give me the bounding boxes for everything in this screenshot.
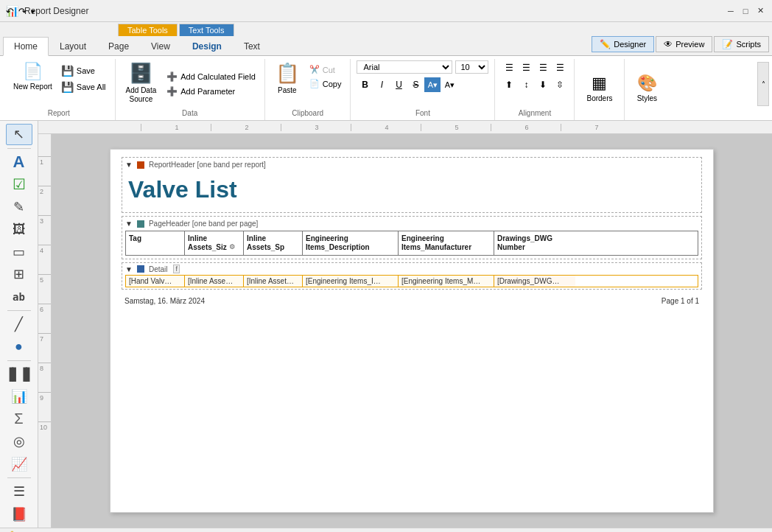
list-tool-btn[interactable]: ☰	[6, 481, 32, 503]
borders-btn[interactable]: ▦ Borders	[580, 71, 618, 105]
col-dwg[interactable]: Drawings_DWG Number	[494, 231, 575, 255]
ribbon-group-report: 📄 New Report 💾 Save 💾 Save All Report	[3, 59, 116, 120]
align-justify-btn[interactable]: ☰	[552, 60, 568, 75]
line-tool-btn[interactable]: ╱	[6, 314, 32, 335]
designer-view-btn[interactable]: ✏️ Designer	[592, 36, 654, 52]
styles-btn[interactable]: 🎨 Styles	[631, 71, 663, 105]
add-parameter-btn[interactable]: ➕ Add Parameter	[164, 85, 259, 98]
page-header-band: ▼ PageHeader [one band per page] Tag Inl…	[122, 216, 702, 259]
text-tool-btn[interactable]: A	[6, 151, 32, 172]
image-tool-btn[interactable]: 🖼	[6, 219, 32, 240]
add-calculated-field-btn[interactable]: ➕ Add Calculated Field	[164, 70, 259, 83]
left-toolbar: ↖ A ☑ ✎ 🖼 ▭ ⊞ ab ╱ ● ▐▌▐▌ 📊 Σ ◎ 📈 ☰ 📕	[0, 121, 38, 528]
highlight-btn[interactable]: A▾	[424, 77, 441, 92]
rectangle-tool-btn[interactable]: ▭	[6, 241, 32, 262]
tab-home[interactable]: Home	[3, 37, 49, 56]
shape-tool-btn[interactable]: ●	[6, 336, 32, 357]
align-middle-btn[interactable]: ↕	[518, 77, 534, 92]
rh-band-icon	[137, 161, 144, 169]
data-cell-tag[interactable]: [Hand Valv…	[126, 276, 185, 287]
pdf-tool-btn[interactable]: 📕	[6, 503, 32, 525]
tab-design[interactable]: Design	[181, 36, 233, 55]
chart-tool-btn[interactable]: 📊	[6, 386, 32, 407]
font-name-select[interactable]: Arial	[357, 60, 452, 74]
tab-view[interactable]: View	[140, 36, 181, 55]
col-inline-size[interactable]: Inline Assets_Siz ⚙	[185, 231, 244, 255]
detail-band-icon	[137, 265, 144, 273]
edit-tool-btn[interactable]: ✎	[6, 196, 32, 217]
checkbox-tool-btn[interactable]: ☑	[6, 174, 32, 195]
cut-icon: ✂️	[309, 65, 320, 74]
add-data-source-btn[interactable]: 🗄️ Add DataSource	[122, 60, 161, 105]
copy-btn[interactable]: 📄 Copy	[306, 77, 345, 90]
restore-btn[interactable]: □	[740, 5, 751, 17]
tab-table-tools[interactable]: Table Tools	[118, 24, 178, 36]
ph-band-icon	[137, 220, 144, 228]
copy-icon: 📄	[309, 79, 320, 88]
ribbon-collapse-btn[interactable]: ˄	[757, 62, 769, 106]
align-top-btn[interactable]: ⬆	[501, 77, 517, 92]
data-cell-eng-mfr[interactable]: [Engineering Items_M…	[399, 276, 494, 287]
gauge-tool-btn[interactable]: ◎	[6, 431, 32, 452]
font-color-btn[interactable]: A▾	[441, 77, 457, 92]
data-cell-inline-size[interactable]: [Inline Asse…	[185, 276, 244, 287]
align-center-btn[interactable]: ☰	[518, 60, 534, 75]
minimize-btn[interactable]: ─	[725, 5, 737, 17]
col-inline-sp[interactable]: Inline Assets_Sp	[244, 231, 303, 255]
main-area: ↖ A ☑ ✎ 🖼 ▭ ⊞ ab ╱ ● ▐▌▐▌ 📊 Σ ◎ 📈 ☰ 📕 1 …	[0, 121, 772, 528]
textbox-tool-btn[interactable]: ab	[6, 286, 32, 307]
col-tag[interactable]: Tag	[126, 231, 185, 255]
data-cell-dwg[interactable]: [Drawings_DWG…	[494, 276, 575, 287]
save-all-btn[interactable]: 💾 Save All	[58, 80, 109, 94]
detail-band: ▼ Detail f [Hand Valv… [Inline Asse…	[122, 262, 702, 290]
data-cell-eng-desc[interactable]: [Engineering Items_I…	[303, 276, 399, 287]
sum-tool-btn[interactable]: Σ	[6, 409, 32, 430]
data-cell-inline-sp[interactable]: [Inline Asset…	[244, 276, 303, 287]
strikethrough-btn[interactable]: S	[407, 77, 424, 92]
data-row[interactable]: [Hand Valv… [Inline Asse… [Inline Asset……	[125, 275, 698, 287]
ph-collapse-arrow[interactable]: ▼	[125, 220, 133, 228]
tab-text-tools[interactable]: Text Tools	[179, 24, 234, 36]
col-eng-mfr[interactable]: Engineering Items_Manufacturer	[399, 231, 494, 255]
rh-collapse-arrow[interactable]: ▼	[125, 161, 133, 169]
paste-btn[interactable]: 📋 Paste	[271, 60, 303, 97]
cut-btn[interactable]: ✂️ Cut	[306, 63, 345, 76]
page-footer: Samstag, 16. März 2024 Page 1 of 1	[122, 295, 702, 307]
pointer-tool-btn[interactable]: ↖	[6, 124, 32, 145]
bold-btn[interactable]: B	[357, 77, 373, 92]
tab-text[interactable]: Text	[233, 36, 271, 55]
ruler-vertical: 1 2 3 4 5 6 7 8 9 10	[38, 134, 52, 528]
ribbon: 📄 New Report 💾 Save 💾 Save All Report 🗄️	[0, 56, 772, 121]
align-left-btn[interactable]: ☰	[501, 60, 517, 75]
tab-layout[interactable]: Layout	[49, 36, 97, 55]
title-bar: 📊 Report Designer ↶ ↷ ▾ ─ □ ✕	[0, 0, 772, 22]
report-header-band: ▼ ReportHeader [one band per report] Val…	[122, 157, 702, 213]
align-right-btn[interactable]: ☰	[535, 60, 551, 75]
ribbon-group-borders: ▦ Borders	[575, 59, 625, 120]
col-eng-desc[interactable]: Engineering Items_Description	[303, 231, 399, 255]
preview-view-btn[interactable]: 👁 Preview	[656, 36, 712, 52]
close-btn[interactable]: ✕	[754, 5, 766, 17]
param-icon: ➕	[166, 86, 178, 97]
new-report-btn[interactable]: 📄 New Report	[9, 60, 57, 93]
report-title[interactable]: Valve List	[125, 170, 698, 209]
ruler-horizontal: 1 2 3 4 5 6 7	[38, 121, 772, 134]
quick-access: ↶ ↷ ▾	[6, 6, 35, 17]
scripts-view-btn[interactable]: 📝 Scripts	[714, 36, 769, 52]
italic-btn[interactable]: I	[373, 77, 390, 92]
sparkline-tool-btn[interactable]: 📈	[6, 454, 32, 475]
undo-btn[interactable]: ↶	[6, 6, 14, 17]
redo-btn[interactable]: ↷	[18, 6, 27, 17]
detail-collapse-arrow[interactable]: ▼	[125, 265, 133, 273]
save-btn[interactable]: 💾 Save	[58, 63, 109, 78]
tab-page[interactable]: Page	[97, 36, 140, 55]
ribbon-group-data: 🗄️ Add DataSource ➕ Add Calculated Field…	[116, 59, 265, 120]
align-bottom-btn[interactable]: ⬇	[535, 77, 551, 92]
add-data-source-icon: 🗄️	[129, 62, 152, 85]
table-tool-btn[interactable]: ⊞	[6, 264, 32, 285]
barcode-tool-btn[interactable]: ▐▌▐▌	[6, 364, 32, 385]
align-fill-btn[interactable]: ⇳	[552, 77, 568, 92]
underline-btn[interactable]: U	[390, 77, 407, 92]
quick-access-dropdown[interactable]: ▾	[31, 7, 35, 15]
font-size-select[interactable]: 10	[455, 60, 488, 74]
